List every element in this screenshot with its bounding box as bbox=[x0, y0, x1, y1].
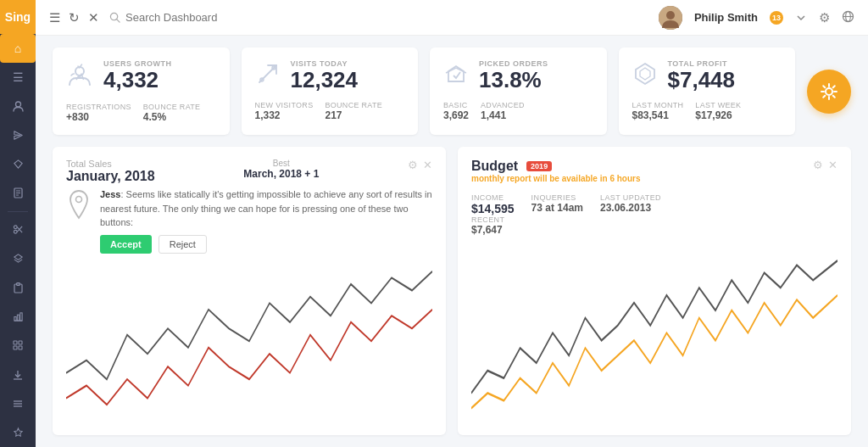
sales-chart-subtitle: January, 2018 bbox=[66, 169, 155, 184]
users-bounce-value: 4.5% bbox=[143, 111, 201, 123]
chevron-down-icon[interactable] bbox=[795, 12, 807, 24]
svg-point-44 bbox=[76, 197, 82, 203]
stat-card-users-growth: USERS GROWTH 4,332 Registrations +830 Bo… bbox=[53, 47, 230, 135]
fab-button[interactable] bbox=[807, 70, 851, 114]
income-value: $14,595 bbox=[471, 202, 515, 215]
sales-best-value: March, 2018 + 1 bbox=[243, 168, 319, 180]
message-body: Seems like statically it's getting impos… bbox=[100, 189, 432, 227]
inquiries-label: Inqueries bbox=[531, 193, 583, 202]
visits-bounce-value: 217 bbox=[325, 109, 382, 121]
search-input[interactable] bbox=[125, 11, 295, 24]
stat-card-profit: TOTAL PROFIT $7,448 Last Month $83,541 L… bbox=[619, 47, 796, 135]
users-growth-icon bbox=[66, 61, 93, 94]
users-registrations-value: +830 bbox=[66, 111, 131, 123]
orders-basic-value: 3,692 bbox=[443, 109, 469, 121]
location-icon bbox=[66, 189, 92, 254]
sidebar-item-grid[interactable] bbox=[0, 331, 36, 360]
reject-button[interactable]: Reject bbox=[159, 235, 207, 254]
budget-stats: Income $14,595 Recent $7,647 Inqueries 7… bbox=[471, 193, 837, 236]
message-buttons: Accept Reject bbox=[100, 235, 432, 254]
inquiries-value: 73 at 14am bbox=[531, 202, 583, 214]
svg-rect-20 bbox=[19, 346, 22, 349]
svg-marker-41 bbox=[636, 64, 654, 84]
avatar-image bbox=[659, 6, 682, 30]
sidebar-item-download[interactable] bbox=[0, 360, 36, 389]
svg-marker-1 bbox=[14, 160, 21, 168]
sidebar-item-document[interactable] bbox=[0, 179, 36, 208]
svg-marker-42 bbox=[640, 68, 650, 80]
budget-gear-icon[interactable]: ⚙ bbox=[813, 159, 823, 171]
svg-line-8 bbox=[17, 227, 22, 233]
orders-advanced-value: 1,441 bbox=[481, 109, 525, 121]
stats-row: USERS GROWTH 4,332 Registrations +830 Bo… bbox=[53, 47, 851, 135]
budget-chart-card: Budget 2019 monthly report will be avail… bbox=[458, 147, 851, 435]
menu-icon[interactable]: ☰ bbox=[49, 10, 60, 25]
svg-point-30 bbox=[666, 11, 675, 20]
budget-close-icon[interactable]: ✕ bbox=[828, 159, 837, 171]
sales-chart-title: Total Sales bbox=[66, 159, 155, 169]
income-recent-value: $7,647 bbox=[471, 224, 515, 236]
sidebar-item-person[interactable] bbox=[0, 92, 36, 120]
visits-value: 12,324 bbox=[291, 68, 359, 92]
visits-icon bbox=[255, 61, 281, 92]
user-badge: 13 bbox=[770, 11, 783, 25]
profit-value: $7,448 bbox=[668, 68, 736, 92]
sidebar-item-menu[interactable] bbox=[0, 389, 36, 418]
svg-rect-16 bbox=[19, 313, 21, 321]
sidebar-item-clipboard[interactable] bbox=[0, 273, 36, 302]
sidebar-item-chart[interactable] bbox=[0, 302, 36, 331]
svg-point-7 bbox=[14, 231, 17, 234]
accept-button[interactable]: Accept bbox=[100, 235, 152, 254]
users-bounce-label: Bounce Rate bbox=[143, 103, 201, 111]
sales-chart-card: Total Sales January, 2018 Best March, 20… bbox=[53, 147, 446, 435]
budget-chart-area bbox=[471, 243, 837, 423]
sidebar-item-scissors[interactable] bbox=[0, 215, 36, 244]
new-visitors-value: 1,332 bbox=[255, 109, 314, 121]
dashboard-body: USERS GROWTH 4,332 Registrations +830 Bo… bbox=[36, 36, 868, 447]
sidebar: Sing ⌂ ☰ bbox=[0, 0, 36, 447]
profit-lastmonth-value: $83,541 bbox=[632, 109, 684, 121]
income-recent-label: Recent bbox=[471, 215, 515, 224]
svg-rect-15 bbox=[17, 315, 19, 321]
profit-icon bbox=[632, 61, 658, 92]
users-growth-value: 4,332 bbox=[103, 68, 172, 92]
sales-chart-area bbox=[66, 259, 432, 424]
user-name: Philip Smith bbox=[694, 11, 758, 24]
sales-best-label: Best bbox=[243, 159, 319, 168]
profit-lastweek-label: Last Week bbox=[695, 101, 741, 109]
svg-point-6 bbox=[14, 226, 17, 229]
topbar-right: Philip Smith 13 ⚙ bbox=[659, 6, 854, 30]
sidebar-item-home[interactable]: ⌂ bbox=[0, 34, 36, 63]
profit-lastweek-value: $17,926 bbox=[695, 109, 741, 121]
new-visitors-label: New Visitors bbox=[255, 101, 314, 109]
sidebar-item-star[interactable] bbox=[0, 418, 36, 447]
users-registrations-label: Registrations bbox=[66, 103, 131, 111]
sidebar-item-diamond[interactable] bbox=[0, 149, 36, 178]
svg-line-28 bbox=[117, 20, 120, 22]
sidebar-item-send[interactable] bbox=[0, 120, 36, 149]
svg-line-35 bbox=[259, 65, 276, 82]
message-box: Jess: Seems like statically it's getting… bbox=[66, 187, 432, 254]
close-icon[interactable]: ✕ bbox=[88, 10, 99, 25]
svg-rect-18 bbox=[19, 341, 22, 344]
sidebar-item-layers[interactable] bbox=[0, 244, 36, 273]
budget-badge: 2019 bbox=[526, 161, 552, 171]
main-content: ☰ ↻ ✕ Philip Smith 13 ⚙ bbox=[36, 0, 868, 447]
svg-rect-17 bbox=[14, 341, 17, 344]
globe-icon[interactable] bbox=[842, 10, 854, 25]
refresh-icon[interactable]: ↻ bbox=[69, 10, 80, 25]
sales-close-icon[interactable]: ✕ bbox=[423, 159, 432, 171]
sidebar-logo[interactable]: Sing bbox=[0, 0, 36, 34]
last-updated-value: 23.06.2013 bbox=[600, 202, 661, 214]
orders-basic-label: Basic bbox=[443, 101, 469, 109]
orders-advanced-label: Advanced bbox=[481, 101, 525, 109]
sidebar-item-list[interactable]: ☰ bbox=[0, 63, 36, 92]
sales-gear-icon[interactable]: ⚙ bbox=[408, 159, 418, 171]
last-updated-label: Last Updated bbox=[600, 193, 661, 202]
svg-point-0 bbox=[15, 102, 20, 107]
svg-point-43 bbox=[826, 88, 832, 95]
stat-card-visits: VISITS TODAY 12,324 New Visitors 1,332 B… bbox=[242, 47, 419, 135]
income-label: Income bbox=[471, 193, 515, 202]
gear-icon[interactable]: ⚙ bbox=[819, 10, 830, 25]
stat-card-orders: PICKED ORDERS 13.8% Basic 3,692 Advanced… bbox=[430, 47, 607, 135]
